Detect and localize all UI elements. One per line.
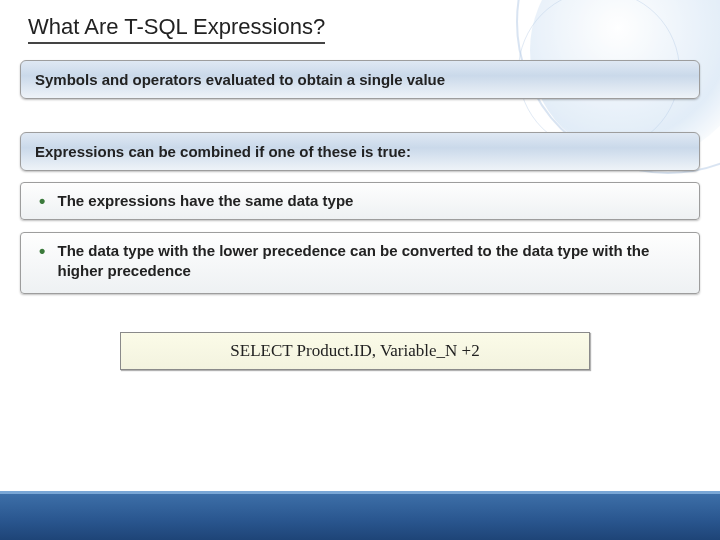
definition-panel: Symbols and operators evaluated to obtai… xyxy=(20,60,700,99)
slide: What Are T-SQL Expressions? Symbols and … xyxy=(0,0,720,540)
bullet-item: • The expressions have the same data typ… xyxy=(20,182,700,220)
subheading-text: Expressions can be combined if one of th… xyxy=(35,143,411,160)
code-text: SELECT Product.ID, Variable_N +2 xyxy=(230,341,479,360)
slide-title: What Are T-SQL Expressions? xyxy=(28,14,325,44)
subheading-panel: Expressions can be combined if one of th… xyxy=(20,132,700,171)
footer-band xyxy=(0,494,720,540)
bullet-text: The expressions have the same data type xyxy=(57,191,353,211)
bullet-item: • The data type with the lower precedenc… xyxy=(20,232,700,294)
bullet-dot-icon: • xyxy=(39,191,45,211)
bullet-text: The data type with the lower precedence … xyxy=(57,241,657,281)
definition-text: Symbols and operators evaluated to obtai… xyxy=(35,71,445,88)
code-example-box: SELECT Product.ID, Variable_N +2 xyxy=(120,332,590,370)
bullet-dot-icon: • xyxy=(39,241,45,261)
